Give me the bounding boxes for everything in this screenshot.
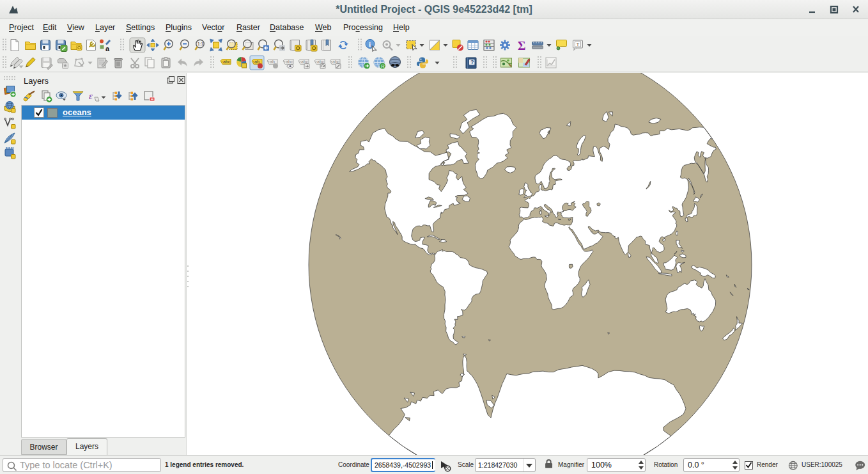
svg-text:i: i — [369, 40, 371, 48]
svg-text:Σ: Σ — [518, 39, 525, 52]
svg-text:ab: ab — [254, 59, 260, 64]
svg-text:ab: ab — [270, 59, 275, 64]
svg-text:a: a — [105, 45, 110, 52]
svg-text:?: ? — [470, 59, 474, 65]
svg-text:abc: abc — [286, 59, 293, 64]
svg-text:1:1: 1:1 — [198, 42, 203, 46]
svg-text:T: T — [577, 42, 580, 47]
svg-text:abc: abc — [223, 59, 231, 64]
svg-text:R: R — [381, 63, 385, 69]
svg-text:ε: ε — [89, 91, 93, 101]
